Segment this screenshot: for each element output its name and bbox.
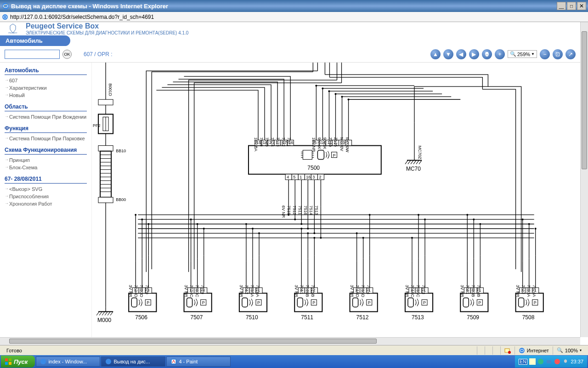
svg-text:7509: 7509 bbox=[467, 314, 479, 321]
svg-text:P: P bbox=[333, 153, 335, 158]
nav-right-button[interactable]: ▶ bbox=[469, 49, 479, 59]
tray-icon-2[interactable] bbox=[537, 358, 544, 365]
sidebar: Автомобиль607ХарактеристикиНовыйОбластьС… bbox=[0, 63, 92, 337]
svg-text:MC70: MC70 bbox=[406, 166, 421, 172]
sidebar-item[interactable]: Хронология Работ bbox=[5, 200, 87, 207]
url-input[interactable] bbox=[10, 14, 586, 20]
minimize-button[interactable]: __ bbox=[557, 2, 566, 10]
svg-text:P: P bbox=[202, 300, 205, 305]
svg-rect-263 bbox=[297, 298, 303, 307]
sidebar-item[interactable]: Новый bbox=[5, 92, 87, 99]
vehicle-tab[interactable]: Автомобиль bbox=[0, 35, 70, 46]
status-zone: Интернет bbox=[514, 346, 553, 355]
status-sep3 bbox=[492, 346, 500, 355]
sensor-7506: P75061233V NR7524D7523D7520 bbox=[128, 255, 156, 320]
sidebar-section: Область bbox=[5, 104, 87, 111]
svg-rect-7 bbox=[486, 55, 488, 57]
svg-point-147 bbox=[294, 218, 296, 220]
clock: 23:37 bbox=[571, 359, 583, 364]
svg-point-189 bbox=[369, 214, 371, 216]
svg-rect-363 bbox=[529, 358, 536, 365]
expand-button[interactable]: ↗ bbox=[565, 49, 576, 59]
svg-text:7515D: 7515D bbox=[361, 285, 365, 297]
start-button[interactable]: Пуск bbox=[1, 356, 35, 368]
svg-text:BB00: BB00 bbox=[116, 197, 126, 202]
task-3[interactable]: 4 - Paint bbox=[166, 356, 231, 367]
zoom-out-button[interactable]: − bbox=[540, 49, 550, 59]
tray-icon-3[interactable] bbox=[546, 358, 552, 365]
svg-point-144 bbox=[288, 214, 289, 216]
svg-text:7515C: 7515C bbox=[416, 285, 420, 297]
svg-text:7506: 7506 bbox=[135, 314, 147, 321]
svg-text:M000: M000 bbox=[97, 317, 111, 323]
svg-text:18V BA: 18V BA bbox=[254, 137, 258, 151]
tray-icon-1[interactable] bbox=[529, 358, 536, 365]
svg-text:PEUGEOT: PEUGEOT bbox=[8, 32, 17, 34]
sensor-7507: P75071233V NR7524C7523C7519 bbox=[184, 255, 212, 320]
svg-point-364 bbox=[538, 359, 543, 364]
svg-text:7522: 7522 bbox=[281, 137, 286, 146]
fuse-pf2: PF2 bbox=[93, 105, 113, 145]
connector-b001d: B001D bbox=[98, 63, 113, 105]
svg-text:7512: 7512 bbox=[292, 206, 297, 215]
svg-text:7515A: 7515A bbox=[250, 285, 254, 297]
sidebar-item[interactable]: Система Помощи При Вождении bbox=[5, 113, 87, 121]
task-1[interactable]: index - Window... bbox=[36, 356, 100, 367]
svg-rect-10 bbox=[98, 99, 113, 105]
search-input[interactable] bbox=[5, 50, 60, 59]
sensor-7509: P75093213V NR75217523B7524B bbox=[460, 255, 488, 320]
tray-icon-5[interactable] bbox=[562, 358, 569, 365]
svg-point-167 bbox=[190, 218, 192, 220]
svg-line-118 bbox=[408, 161, 411, 164]
lang-indicator[interactable]: EN bbox=[519, 359, 528, 365]
nav-down-button[interactable]: ▼ bbox=[443, 49, 453, 59]
sidebar-item[interactable]: Приспособления bbox=[5, 193, 87, 200]
address-bar bbox=[0, 12, 588, 22]
svg-rect-317 bbox=[463, 298, 469, 307]
taskbar: Пуск index - Window... Вывод на дис... 4… bbox=[0, 355, 588, 368]
maximize-button[interactable]: □ bbox=[567, 2, 576, 10]
svg-rect-19 bbox=[100, 151, 111, 197]
zoom-in-button[interactable]: + bbox=[495, 49, 505, 59]
svg-text:7524D: 7524D bbox=[134, 285, 138, 297]
svg-text:7516: 7516 bbox=[303, 206, 308, 215]
svg-point-353 bbox=[508, 351, 511, 354]
breadcrumb: 607 / OPR : bbox=[84, 51, 113, 58]
sidebar-item[interactable]: 607 bbox=[5, 77, 87, 84]
sidebar-item[interactable]: Блок-Схема bbox=[5, 164, 87, 171]
svg-point-130 bbox=[315, 85, 317, 86]
svg-line-39 bbox=[105, 312, 107, 316]
diagram-viewer[interactable]: B001D PF2 BB10 bbox=[92, 63, 580, 337]
svg-text:7516B: 7516B bbox=[305, 285, 310, 297]
horizontal-scrollbar[interactable] bbox=[0, 337, 580, 345]
sidebar-section: Схема Функционирования bbox=[5, 147, 87, 155]
task-2[interactable]: Вывод на дис... bbox=[101, 356, 165, 367]
svg-rect-358 bbox=[5, 362, 8, 365]
tray-icon-4[interactable] bbox=[554, 358, 560, 365]
svg-text:5: 5 bbox=[293, 175, 295, 179]
close-button[interactable]: ✕ bbox=[577, 2, 586, 10]
vertical-scrollbar[interactable] bbox=[580, 22, 588, 337]
sidebar-item[interactable]: Характеристики bbox=[5, 84, 87, 92]
svg-text:7511: 7511 bbox=[301, 314, 313, 321]
nav-up-button[interactable]: ▲ bbox=[430, 49, 441, 59]
svg-text:3V NR: 3V NR bbox=[460, 285, 464, 297]
sidebar-item[interactable]: <Вьюэр> SVG bbox=[5, 185, 87, 193]
sidebar-item[interactable]: Система Помощи При Парковке bbox=[5, 135, 87, 142]
zoom-select[interactable]: 🔍259%▼ bbox=[508, 50, 537, 58]
sidebar-item[interactable]: Принцип bbox=[5, 156, 87, 164]
status-popup-icon bbox=[500, 346, 514, 355]
fit-button[interactable]: ⊡ bbox=[553, 49, 563, 59]
page-icon bbox=[2, 14, 8, 20]
system-tray[interactable]: EN 23:37 bbox=[515, 356, 587, 368]
svg-rect-281 bbox=[353, 298, 358, 307]
ok-button[interactable]: OK bbox=[62, 50, 72, 59]
ground-m000: M000 bbox=[96, 307, 113, 323]
svg-rect-209 bbox=[131, 298, 137, 307]
status-zoom[interactable]: 🔍100%▾ bbox=[553, 346, 585, 355]
brand-header: PEUGEOT Peugeot Service Box ЭЛЕКТРИЧЕСКИ… bbox=[0, 22, 580, 35]
nav-left-button[interactable]: ◀ bbox=[456, 49, 466, 59]
svg-line-37 bbox=[99, 312, 102, 316]
svg-text:6V NR: 6V NR bbox=[281, 206, 286, 218]
print-button[interactable] bbox=[482, 49, 492, 59]
